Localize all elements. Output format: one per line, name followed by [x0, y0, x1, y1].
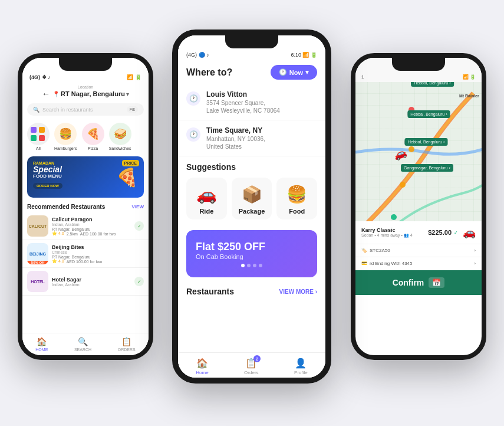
package-icon: 📦	[242, 185, 262, 204]
ride-info: Karry Classic Sedan • 4 mins away • 👥 4	[361, 227, 423, 238]
price-check-icon: ✓	[454, 230, 458, 235]
banner-price-badge: PRICE	[122, 160, 139, 166]
back-arrow-icon[interactable]: ←	[42, 89, 50, 99]
center-status-right: 6:10 📶 🔋	[291, 52, 317, 58]
promo-dots	[196, 264, 308, 267]
banner-order-btn[interactable]: ORDER NOW	[33, 183, 62, 189]
restaurants-section-header: Restaurants VIEW MORE ›	[178, 282, 325, 301]
ride-card-section: Karry Classic Sedan • 4 mins away • 👥 4 …	[355, 221, 482, 295]
ride-price: $225.00	[428, 229, 452, 236]
calicut-rating: ⭐ 4.0	[52, 231, 64, 236]
view-all-link[interactable]: VIEW	[132, 204, 144, 209]
view-more-link[interactable]: VIEW MORE ›	[279, 289, 317, 295]
location-louis-vitton[interactable]: 🕐 Louis Vitton 3574 Spencer Square, Lake…	[178, 84, 325, 120]
calicut-name: Calicut Paragon	[52, 217, 131, 222]
center-status-left: (4G) 🔵 ♪	[186, 52, 209, 58]
center-nav-orders[interactable]: 📋 2 Orders	[244, 358, 258, 375]
location-2-address: Manhattan, NY 10036,	[206, 136, 265, 142]
center-promo-banner: Flat $250 OFF On Cab Booking	[186, 230, 317, 277]
restaurant-beijing[interactable]: BEIJING 50% Off Beijing Bites Chinese RT…	[22, 240, 149, 268]
pizza-icon: 🍕	[82, 123, 104, 145]
food-icon: 🍔	[286, 185, 307, 204]
map-area[interactable]: 6 mins Hebbal, Bengaluru 18 mins Hebbal,…	[355, 58, 482, 221]
calicut-distance: 2.5km	[67, 232, 78, 236]
suggestion-package[interactable]: 📦 Package	[232, 178, 272, 219]
promo-code-text: STC2A50	[370, 248, 390, 253]
calicut-logo-text: CALICUT	[27, 215, 48, 237]
center-phone: (4G) 🔵 ♪ 6:10 📶 🔋 Where to? 🕐 Now ▾ 🕐 Lo…	[172, 30, 331, 384]
left-search-bar[interactable]: 🔍 Search in restaurants Filt	[27, 103, 144, 116]
nav-orders[interactable]: 📋 ORDERS	[118, 337, 136, 352]
recommended-title: Recommended Restaurants	[27, 204, 105, 210]
location-name-row: ← 📍 RT Nagar, Bengaluru ▾	[42, 89, 129, 99]
hamburgers-label: Hamburgers	[54, 146, 77, 150]
orders-badge-count: 2	[253, 355, 261, 362]
suggestion-ride[interactable]: 🚗 Ride	[186, 178, 227, 219]
location-bar[interactable]: Location ← 📍 RT Nagar, Bengaluru ▾	[22, 83, 149, 100]
location-dropdown-icon[interactable]: ▾	[126, 91, 129, 97]
recommended-header: Recommended Restaurants VIEW	[22, 200, 149, 212]
restaurant-calicut[interactable]: CALICUT Calicut Paragon Indian, Arabian …	[22, 212, 149, 240]
right-status-right: 📶 🔋	[463, 74, 476, 80]
promo-code-bar[interactable]: 🏷️ STC2A50 ›	[355, 244, 482, 257]
location-time-square[interactable]: 🕐 Time Square, NY Manhattan, NY 10036, U…	[178, 120, 325, 156]
beijing-rating-row: ⭐ 4.0 AED 100.00 for two	[52, 259, 144, 264]
card-bar[interactable]: 💳 rd Ending With 4345 ›	[355, 257, 482, 270]
filter-button[interactable]: Filt	[127, 106, 138, 113]
ride-car-icon: 🚗	[463, 226, 476, 239]
restaurant-hotel-sagar[interactable]: HOTEL Hotel Sagar Indian, Arabian ✓	[22, 268, 149, 296]
center-nav-profile[interactable]: 👤 Profile	[294, 358, 308, 375]
confirm-button[interactable]: Confirm 📅	[355, 270, 482, 295]
suggestion-food[interactable]: 🍔 Food	[276, 178, 317, 219]
sandwiches-icon: 🥪	[109, 123, 131, 145]
category-pizza[interactable]: 🍕 Pizza	[82, 123, 104, 150]
card-chevron: ›	[474, 261, 476, 266]
promo-code-chevron: ›	[474, 248, 476, 253]
category-row: All 🍔 Hamburgers 🍕 Pizza 🥪 Sandwiches	[22, 119, 149, 154]
left-phone: (4G) ❖ ♪ 📶 🔋 Location ← 📍 RT Nagar, Beng…	[18, 53, 153, 360]
hotel-sagar-info: Hotel Sagar Indian, Arabian	[52, 277, 131, 287]
nav-home[interactable]: 🏠 HOME	[35, 337, 48, 352]
category-all[interactable]: All	[27, 123, 50, 150]
confirm-label: Confirm	[393, 278, 424, 287]
now-dropdown-icon: ▾	[305, 68, 309, 76]
left-phone-notch	[59, 58, 112, 71]
package-label: Package	[239, 208, 265, 215]
banner-food-menu-text: FOOD MENU	[33, 173, 116, 179]
right-status-left: 1	[361, 74, 364, 80]
ride-price-section: $225.00 ✓	[428, 229, 458, 236]
ride-meta: Sedan • 4 mins away • 👥 4	[361, 233, 423, 238]
nav-search[interactable]: 🔍 SEARCH	[74, 337, 91, 352]
right-phone-content: 1 📶 🔋 6 mins	[355, 58, 482, 355]
food-label: Food	[289, 208, 305, 215]
center-profile-icon: 👤	[295, 358, 307, 369]
svg-point-3	[391, 214, 397, 220]
center-nav-home[interactable]: 🏠 Home	[196, 358, 208, 375]
pizza-label: Pizza	[88, 146, 98, 150]
now-pill-button[interactable]: 🕐 Now ▾	[271, 65, 317, 80]
location-clock-icon-1: 🕐	[186, 91, 200, 106]
home-icon: 🏠	[37, 337, 47, 346]
hotel-sagar-verified-badge: ✓	[134, 277, 144, 286]
map-mtrainier-label: Mt Rainier	[459, 94, 479, 98]
location-clock-icon-2: 🕐	[186, 127, 200, 142]
ride-karry-classic[interactable]: Karry Classic Sedan • 4 mins away • 👥 4 …	[355, 221, 482, 244]
category-hamburgers[interactable]: 🍔 Hamburgers	[54, 123, 77, 150]
nav-search-label: SEARCH	[74, 348, 91, 352]
orders-nav-icon: 📋	[121, 337, 131, 346]
location-1-name: Louis Vitton	[206, 90, 280, 99]
location-2-city: United States	[206, 143, 265, 150]
calicut-info: Calicut Paragon Indian, Arabian RT Nagar…	[52, 217, 131, 236]
promo-dot-2	[253, 264, 256, 267]
promo-headline: Flat $250 OFF	[196, 241, 308, 253]
location-label: Location	[78, 85, 93, 89]
beijing-info: Beijing Bites Chinese RT Nagar, Bengalur…	[52, 244, 144, 264]
category-sandwiches[interactable]: 🥪 Sandwiches	[109, 123, 131, 150]
beijing-logo: BEIJING 50% Off	[27, 243, 48, 264]
search-icon: 🔍	[33, 107, 39, 113]
beijing-price: AED 100.00 for two	[67, 260, 103, 264]
beijing-name: Beijing Bites	[52, 244, 144, 250]
beijing-location: RT Nagar, Bengaluru	[52, 255, 144, 259]
clock-icon: 🕐	[279, 68, 287, 76]
suggestion-cards-container: 🚗 Ride 📦 Package 🍔 Food	[186, 178, 317, 219]
